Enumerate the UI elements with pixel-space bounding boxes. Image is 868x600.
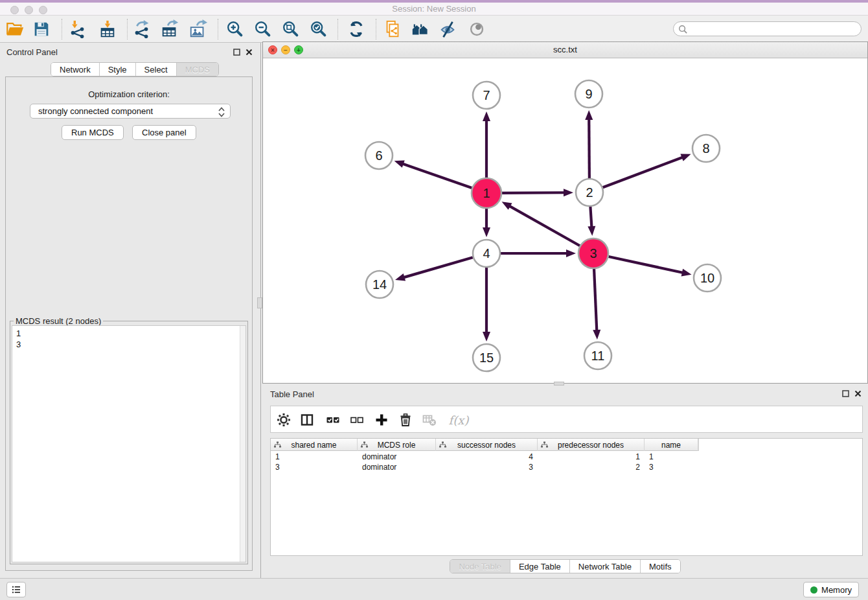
graph-edge-3-10[interactable] — [608, 257, 683, 273]
column-header-name[interactable]: name — [645, 439, 698, 451]
optimization-criterion-label: Optimization criterion: — [6, 89, 252, 99]
graph-node-label-15: 15 — [479, 351, 494, 365]
table-cell[interactable]: 3 — [271, 462, 358, 472]
column-header-predecessor-nodes[interactable]: predecessor nodes — [538, 439, 645, 451]
table-cell[interactable]: dominator — [358, 452, 436, 462]
table-cell[interactable]: 1 — [645, 452, 698, 462]
import-table-icon[interactable] — [97, 19, 118, 40]
mcds-result-list[interactable]: 1 3 — [12, 325, 246, 562]
tab-node-table[interactable]: Node Table — [450, 560, 510, 573]
control-panel-header: Control Panel — [0, 43, 257, 62]
table-cell[interactable]: dominator — [358, 462, 436, 472]
window-title: Session: New Session — [0, 4, 868, 14]
vertical-splitter-handle[interactable] — [257, 297, 262, 308]
hide-selected-icon[interactable] — [438, 19, 459, 40]
save-session-icon[interactable] — [31, 19, 52, 40]
search-icon — [678, 25, 688, 34]
float-table-panel-icon[interactable] — [841, 389, 850, 398]
memory-button[interactable]: Memory — [803, 582, 859, 597]
mcds-panel: Optimization criterion: strongly connect… — [5, 76, 253, 571]
close-panel-button[interactable]: Close panel — [132, 125, 196, 140]
graph-node-label-6: 6 — [375, 148, 382, 163]
graph-edge-arrowhead — [502, 202, 512, 210]
graph-node-label-7: 7 — [483, 88, 490, 102]
memory-label: Memory — [821, 585, 852, 595]
open-file-icon[interactable] — [5, 19, 25, 40]
table-cell[interactable]: 4 — [436, 452, 538, 462]
table-cell[interactable]: 3 — [436, 462, 538, 472]
table-panel-tabs: Node TableEdge TableNetwork TableMotifs — [450, 559, 680, 573]
show-all-icon[interactable] — [467, 19, 488, 40]
select-all-icon[interactable] — [325, 412, 341, 428]
column-header-successor-nodes[interactable]: successor nodes — [436, 439, 538, 451]
zoom-selected-icon[interactable] — [308, 19, 329, 40]
zoom-in-icon[interactable] — [225, 19, 246, 40]
table-cell[interactable]: 2 — [538, 462, 645, 472]
graph-edge-arrowhead — [680, 154, 691, 161]
graph-edge-1-2[interactable] — [502, 192, 565, 193]
export-network-icon[interactable] — [131, 19, 152, 40]
network-canvas[interactable]: 7968124314101511 — [263, 59, 867, 383]
import-network-icon[interactable] — [67, 19, 88, 40]
graph-edge-1-6[interactable] — [402, 164, 472, 189]
export-image-icon[interactable] — [188, 19, 209, 40]
delete-column-icon[interactable] — [398, 412, 413, 428]
table-cell[interactable]: 3 — [645, 462, 698, 472]
network-window-titlebar[interactable]: × − + scc.txt — [263, 42, 867, 58]
deselect-all-icon[interactable] — [349, 412, 365, 428]
tab-select[interactable]: Select — [135, 63, 176, 76]
split-panel-icon[interactable] — [299, 412, 315, 428]
graph-edge-2-9[interactable] — [589, 119, 589, 178]
first-neighbors-icon[interactable] — [410, 19, 431, 40]
tab-style[interactable]: Style — [99, 63, 135, 76]
graph-edge-2-3[interactable] — [590, 207, 591, 227]
tab-network-table[interactable]: Network Table — [569, 560, 640, 573]
add-column-icon[interactable] — [374, 412, 389, 428]
graph-edge-3-1[interactable] — [509, 206, 580, 246]
zoom-out-icon[interactable] — [253, 19, 273, 40]
new-session-from-network-icon[interactable] — [382, 19, 403, 40]
table-cell[interactable]: 1 — [271, 452, 358, 462]
graph-edge-4-14[interactable] — [403, 257, 472, 277]
search-box — [673, 21, 862, 36]
column-header-shared-name[interactable]: shared name — [271, 439, 358, 451]
tab-mcds[interactable]: MCDS — [176, 63, 218, 76]
tab-network[interactable]: Network — [51, 63, 99, 76]
table-row[interactable]: 3dominator323 — [271, 462, 698, 472]
table-settings-icon[interactable] — [276, 412, 291, 428]
criterion-select[interactable]: strongly connected component — [30, 104, 231, 119]
vertical-splitter[interactable] — [260, 43, 261, 578]
graph-node-label-3: 3 — [589, 246, 597, 260]
graph-edge-arrowhead — [593, 330, 600, 340]
panel-list-button[interactable] — [6, 582, 26, 597]
result-scrollbar[interactable] — [240, 326, 246, 562]
graph-edge-arrowhead — [483, 111, 490, 121]
close-table-panel-icon[interactable] — [853, 389, 862, 398]
main-toolbar — [0, 15, 868, 43]
graph-node-label-8: 8 — [702, 141, 709, 156]
graph-edge-arrowhead — [483, 332, 490, 341]
close-panel-icon[interactable] — [244, 47, 253, 56]
table-cell[interactable]: 1 — [538, 452, 645, 462]
run-mcds-button[interactable]: Run MCDS — [62, 125, 124, 140]
float-panel-icon[interactable] — [232, 47, 241, 56]
table-panel-title: Table Panel — [270, 389, 314, 399]
tab-edge-table[interactable]: Edge Table — [510, 560, 569, 573]
tab-motifs[interactable]: Motifs — [640, 560, 680, 573]
table-row[interactable]: 1dominator411 — [271, 452, 698, 462]
refresh-view-icon[interactable] — [346, 19, 367, 40]
toolbar-separator — [127, 19, 128, 40]
function-builder-icon: f(x) — [447, 412, 470, 428]
graph-edge-arrowhead — [585, 110, 593, 120]
zoom-fit-icon[interactable] — [280, 19, 301, 40]
toolbar-separator — [376, 19, 376, 40]
export-table-icon[interactable] — [159, 19, 180, 40]
graph-edge-2-8[interactable] — [603, 157, 683, 187]
horizontal-splitter-handle[interactable] — [554, 382, 564, 386]
graph-edge-3-11[interactable] — [594, 269, 597, 331]
table-panel-tabs-wrap: Node TableEdge TableNetwork TableMotifs — [262, 559, 868, 573]
column-header-MCDS-role[interactable]: MCDS role — [358, 439, 436, 451]
status-bar: Memory — [0, 578, 868, 600]
node-table[interactable]: shared nameMCDS rolesuccessor nodesprede… — [270, 438, 863, 556]
search-input[interactable] — [691, 23, 856, 35]
